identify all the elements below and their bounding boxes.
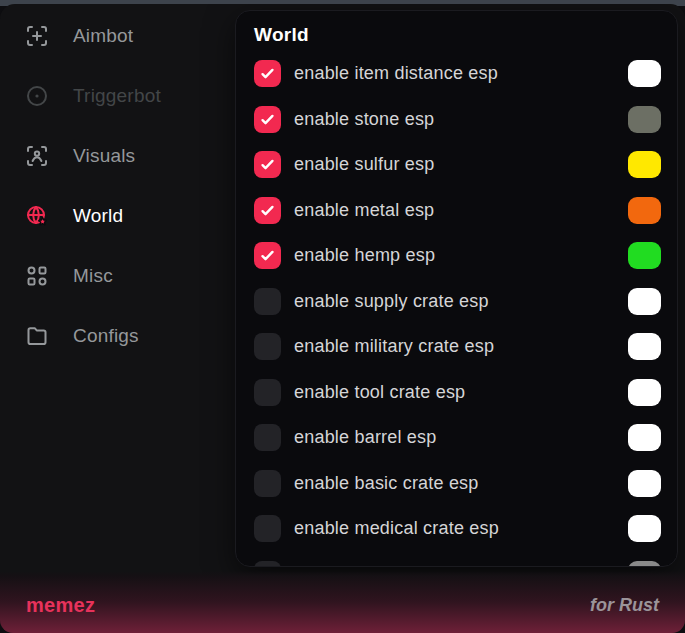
aimbot-scan-icon — [25, 24, 49, 48]
esp-checkbox[interactable] — [254, 424, 281, 451]
esp-setting-label: enable hemp esp — [294, 245, 435, 266]
esp-checkbox[interactable] — [254, 242, 281, 269]
esp-setting-row: enable barrel esp — [254, 415, 661, 461]
esp-setting-label: enable barrel esp — [294, 427, 437, 448]
esp-color-swatch[interactable] — [628, 424, 661, 451]
sidebar-item-configs[interactable]: Configs — [0, 306, 235, 366]
esp-setting-row: enable supply crate esp — [254, 279, 661, 325]
esp-color-swatch[interactable] — [628, 470, 661, 497]
panel-title: World — [254, 24, 661, 46]
brand-name: memez — [26, 594, 95, 617]
esp-checkbox[interactable] — [254, 106, 281, 133]
sidebar-item-misc[interactable]: Misc — [0, 246, 235, 306]
esp-color-swatch[interactable] — [628, 333, 661, 360]
world-globe-icon — [25, 204, 49, 228]
menu-window: Aimbot Triggerbot Visuals — [0, 4, 685, 633]
sidebar-item-label: Aimbot — [73, 25, 133, 47]
sidebar-item-label: Triggerbot — [73, 85, 161, 107]
world-panel: World enable item distance esp — [235, 10, 678, 567]
esp-settings-list: enable item distance esp enable stone es… — [254, 51, 661, 567]
esp-checkbox[interactable] — [254, 60, 281, 87]
visuals-scan-person-icon — [25, 144, 49, 168]
esp-setting-label: enable item distance esp — [294, 63, 498, 84]
misc-shapes-icon — [25, 264, 49, 288]
esp-setting-label: enable stone esp — [294, 109, 434, 130]
sidebar-item-aimbot[interactable]: Aimbot — [0, 6, 235, 66]
sidebar-item-visuals[interactable]: Visuals — [0, 126, 235, 186]
checkmark-icon — [259, 156, 276, 173]
sidebar-item-label: Visuals — [73, 145, 135, 167]
esp-setting-row: enable tool crate esp — [254, 370, 661, 416]
sidebar-item-label: Configs — [73, 325, 139, 347]
esp-setting-row: enable medical crate esp — [254, 506, 661, 552]
esp-setting-row: enable military crate esp — [254, 324, 661, 370]
configs-folder-icon — [25, 324, 49, 348]
checkmark-icon — [259, 65, 276, 82]
esp-checkbox[interactable] — [254, 515, 281, 542]
footer-tagline: for Rust — [590, 595, 659, 616]
esp-color-swatch[interactable] — [628, 197, 661, 224]
esp-setting-label: enable military crate esp — [294, 336, 494, 357]
esp-setting-row: enable hemp esp — [254, 233, 661, 279]
esp-setting-label: enable sulfur esp — [294, 154, 435, 175]
esp-checkbox[interactable] — [254, 470, 281, 497]
esp-checkbox[interactable] — [254, 379, 281, 406]
sidebar-item-label: Misc — [73, 265, 113, 287]
triggerbot-circle-icon — [25, 84, 49, 108]
esp-checkbox[interactable] — [254, 288, 281, 315]
esp-setting-label: enable medical crate esp — [294, 518, 499, 539]
esp-checkbox[interactable] — [254, 197, 281, 224]
esp-color-swatch[interactable] — [628, 60, 661, 87]
esp-setting-label: enable basic crate esp — [294, 473, 479, 494]
esp-checkbox[interactable] — [254, 561, 281, 567]
footer: memez for Rust — [0, 571, 685, 633]
esp-setting-row — [254, 552, 661, 568]
esp-setting-row: enable stone esp — [254, 97, 661, 143]
checkmark-icon — [259, 202, 276, 219]
esp-color-swatch[interactable] — [628, 151, 661, 178]
sidebar-item-label: World — [73, 205, 123, 227]
esp-setting-label: enable tool crate esp — [294, 382, 465, 403]
esp-color-swatch[interactable] — [628, 561, 661, 567]
esp-setting-row: enable item distance esp — [254, 51, 661, 97]
checkmark-icon — [259, 111, 276, 128]
esp-setting-label: enable supply crate esp — [294, 291, 489, 312]
esp-color-swatch[interactable] — [628, 106, 661, 133]
sidebar-item-triggerbot[interactable]: Triggerbot — [0, 66, 235, 126]
esp-checkbox[interactable] — [254, 151, 281, 178]
esp-color-swatch[interactable] — [628, 242, 661, 269]
sidebar-item-world[interactable]: World — [0, 186, 235, 246]
esp-setting-row: enable basic crate esp — [254, 461, 661, 507]
esp-color-swatch[interactable] — [628, 515, 661, 542]
sidebar: Aimbot Triggerbot Visuals — [0, 6, 235, 366]
esp-setting-row: enable metal esp — [254, 188, 661, 234]
esp-color-swatch[interactable] — [628, 288, 661, 315]
esp-setting-label: enable metal esp — [294, 200, 434, 221]
checkmark-icon — [259, 247, 276, 264]
esp-setting-row: enable sulfur esp — [254, 142, 661, 188]
esp-checkbox[interactable] — [254, 333, 281, 360]
esp-color-swatch[interactable] — [628, 379, 661, 406]
